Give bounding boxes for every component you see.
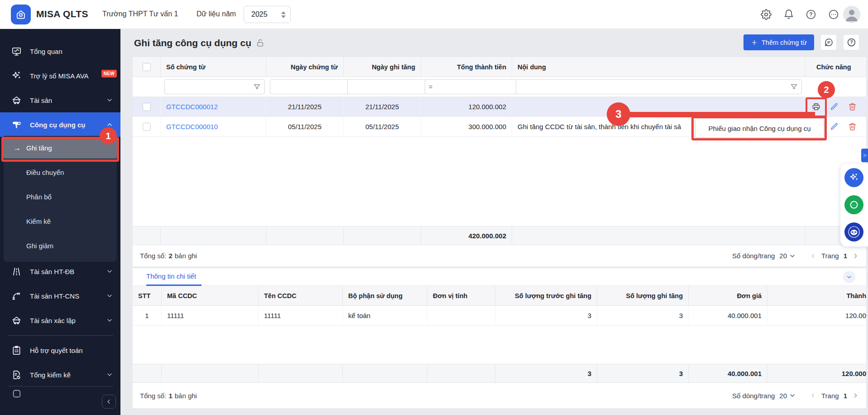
edit-button[interactable] [827, 120, 841, 134]
col-ngay-chung-tu[interactable]: Ngày chứng từ [266, 57, 344, 77]
col-thanh-tien[interactable]: Thành [767, 286, 866, 305]
sidebar-subitem-kiem-ke[interactable]: Kiểm kê [4, 209, 117, 234]
col-so-chung-tu[interactable]: Số chứng từ [161, 57, 266, 77]
app-logo[interactable] [11, 5, 31, 24]
detail-table-header-row: STT Mã CCDC Tên CCDC Bộ phận sử dụng Đơn… [133, 286, 866, 306]
page-help-button[interactable]: ? [843, 34, 859, 50]
support-button[interactable] [844, 195, 863, 214]
topbar: MISA QLTS Trường THPT Tư vấn 1 Dữ liệu n… [0, 0, 868, 29]
chevron-down-icon [106, 317, 113, 324]
filter-so-chung-tu-input[interactable] [168, 83, 250, 91]
cell-bo-phan-su-dung: kế toán [343, 306, 427, 325]
cell-ngay-ghi-tang: 05/11/2025 [344, 117, 421, 136]
sidebar-collapse-button[interactable] [102, 395, 116, 409]
cell-ngay-ghi-tang: 21/11/2025 [344, 97, 421, 116]
sidebar-item-label: Tài sản [30, 97, 52, 104]
annotation-box-step3 [691, 116, 827, 140]
year-selector[interactable]: 2025 [244, 6, 291, 23]
col-so-luong-ghi-tang[interactable]: Số lượng ghi tăng [597, 286, 689, 305]
filter-noi-dung-input[interactable] [520, 83, 787, 91]
sidebar-item-tai-san-xac-lap[interactable]: Tài sản xác lập [0, 308, 120, 333]
col-bo-phan-su-dung[interactable]: Bộ phận sử dụng [343, 286, 427, 305]
document-link[interactable]: GTCCDC000012 [166, 103, 218, 111]
sidebar-item-tai-san-ht-db[interactable]: Tài sản HT-ĐB [0, 259, 120, 284]
sidebar-item-ho-tro-quyet-toan[interactable]: Hỗ trợ quyết toán [0, 338, 120, 362]
sidebar-subitem-phan-bo[interactable]: Phân bổ [4, 185, 117, 209]
total-unit: bản ghi [175, 392, 197, 400]
subitem-label: Điều chuyển [26, 169, 64, 176]
sidebar-item-tai-san[interactable]: Tài sản [0, 88, 120, 112]
next-page-icon[interactable] [852, 392, 859, 399]
add-document-button[interactable]: Thêm chứng từ [743, 34, 814, 50]
trash-icon [848, 122, 857, 131]
feedback-button[interactable] [820, 34, 837, 50]
detail-row[interactable]: 1 11111 11111 kế toán 3 3 40.000.001 120… [133, 306, 866, 326]
tab-thong-tin-chi-tiet[interactable]: Thông tin chi tiết [146, 272, 196, 280]
tools-icon [11, 120, 22, 130]
filter-funnel-icon[interactable] [790, 83, 798, 91]
per-page-dropdown[interactable]: 20 [779, 252, 796, 260]
chat-bubble-icon [824, 38, 834, 47]
row-checkbox[interactable] [143, 123, 151, 131]
col-tong-thanh-tien[interactable]: Tổng thành tiền [421, 57, 512, 77]
col-don-vi-tinh[interactable]: Đơn vị tính [427, 286, 495, 305]
support-ring-icon [849, 199, 859, 210]
chevron-down-icon [106, 268, 113, 275]
year-stepper-icon[interactable] [281, 11, 286, 18]
col-ma-ccdc[interactable]: Mã CCDC [162, 286, 259, 305]
app-name: MISA QLTS [36, 9, 88, 19]
chevron-down-icon [106, 292, 113, 299]
col-noi-dung[interactable]: Nội dung [512, 57, 806, 77]
row-checkbox[interactable] [143, 103, 151, 111]
col-ngay-ghi-tang[interactable]: Ngày ghi tăng [344, 57, 421, 77]
next-page-icon[interactable] [852, 252, 859, 260]
notifications-bell-icon[interactable] [783, 9, 794, 20]
sidebar-item-tong-quan[interactable]: Tổng quan [0, 39, 120, 63]
total-label: Tổng số: [140, 392, 166, 400]
col-don-gia[interactable]: Đơn giá [689, 286, 767, 305]
sidebar-subitem-dieu-chuyen[interactable]: Điều chuyển [4, 160, 117, 185]
chatbot-button[interactable] [844, 222, 863, 241]
user-avatar[interactable] [843, 6, 860, 23]
sidebar-item-tro-ly-ava[interactable]: Trợ lý số MISA AVA NEW [0, 63, 120, 88]
select-all-checkbox[interactable] [143, 63, 151, 71]
col-so-luong-truoc-ghi-tang[interactable]: Số lượng trước ghi tăng [495, 286, 597, 305]
total-unit: bản ghi [175, 252, 197, 260]
doc-table-footer: Tổng số: 2 bản ghi Số dòng/trang 20 Tran… [133, 245, 866, 266]
detail-tab-row: Thông tin chi tiết [133, 268, 866, 286]
help-icon[interactable]: ? [806, 9, 816, 20]
prev-page-icon[interactable] [810, 252, 817, 260]
sidebar-item-tai-san-ht-cns[interactable]: Tài sản HT-CNS [0, 284, 120, 308]
pencil-icon [830, 102, 839, 111]
equals-operator[interactable]: = [429, 83, 432, 91]
annotation-step1-badge: 1 [100, 127, 117, 145]
sidebar-subitem-ghi-giam[interactable]: Ghi giảm [4, 234, 117, 258]
cell-don-vi-tinh [427, 306, 495, 325]
edit-button[interactable] [827, 100, 841, 114]
empty-table-area [133, 137, 866, 226]
sidebar-item-tong-kiem-ke[interactable]: Tổng kiểm kê [0, 362, 120, 387]
doc-table-filter-row: = [133, 77, 866, 97]
sidebar-divider [7, 335, 113, 336]
org-name[interactable]: Trường THPT Tư vấn 1 [102, 10, 178, 18]
ava-assistant-button[interactable] [844, 168, 863, 187]
filter-funnel-icon[interactable] [253, 83, 261, 91]
delete-button[interactable] [845, 120, 859, 134]
more-options-icon[interactable] [828, 9, 839, 20]
cell-don-gia: 40.000.001 [689, 306, 767, 325]
chevron-down-icon [789, 392, 796, 399]
collapse-detail-button[interactable] [843, 271, 855, 283]
document-link[interactable]: GTCCDC000010 [166, 123, 218, 130]
record-count: Tổng số: 2 bản ghi [140, 252, 197, 260]
dashboard-icon [11, 46, 22, 57]
sidebar-divider [7, 386, 113, 386]
prev-page-icon[interactable] [810, 392, 817, 399]
sum-tong-thanh-tien: 420.000.002 [421, 227, 512, 245]
sidebar-item-label: Hỗ trợ quyết toán [30, 347, 83, 354]
per-page-dropdown[interactable]: 20 [779, 392, 796, 400]
delete-button[interactable] [845, 100, 859, 114]
filter-tong-thanh-tien-input[interactable] [435, 83, 517, 91]
settings-gear-icon[interactable] [761, 9, 772, 20]
col-ten-ccdc[interactable]: Tên CCDC [259, 286, 343, 305]
expand-side-widgets-tab[interactable] [861, 149, 868, 162]
